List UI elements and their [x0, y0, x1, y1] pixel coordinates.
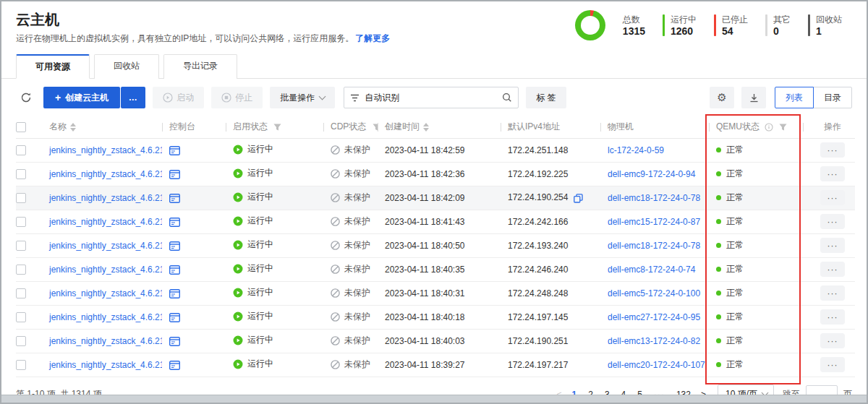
- console-icon[interactable]: [169, 337, 180, 346]
- row-actions-button[interactable]: ···: [820, 333, 845, 348]
- console-icon[interactable]: [169, 194, 180, 203]
- row-checkbox[interactable]: [16, 217, 26, 227]
- next-page-button[interactable]: >: [697, 390, 710, 395]
- enable-state-badge: 运行中: [233, 238, 273, 251]
- tab-export-records[interactable]: 导出记录: [163, 54, 237, 79]
- info-circle-icon: [765, 123, 773, 132]
- view-list-button[interactable]: 列表: [775, 87, 814, 108]
- host-link[interactable]: dell-emc13-172-24-0-82: [608, 336, 700, 346]
- row-actions-button[interactable]: ···: [820, 285, 845, 301]
- console-icon[interactable]: [169, 265, 180, 275]
- row-checkbox[interactable]: [16, 193, 26, 203]
- row-checkbox[interactable]: [16, 336, 26, 346]
- tab-available-resources[interactable]: 可用资源: [16, 54, 90, 79]
- stat-label: 运行中: [671, 14, 697, 25]
- page-number[interactable]: 1: [568, 390, 582, 395]
- console-icon[interactable]: [169, 313, 180, 322]
- row-actions-button[interactable]: ···: [820, 214, 845, 229]
- cdp-state-badge: 未保护: [331, 358, 370, 371]
- page-size-select[interactable]: 10 项/页: [718, 384, 774, 395]
- created-time: 2023-04-11 18:40:50: [385, 241, 465, 251]
- row-checkbox[interactable]: [16, 169, 26, 179]
- page-number[interactable]: 4: [617, 390, 631, 395]
- pagination-summary: 第 1-10 项, 共 1314 项: [16, 388, 102, 395]
- row-checkbox[interactable]: [16, 288, 26, 298]
- search-input[interactable]: 自动识别: [344, 87, 519, 108]
- vm-name-link[interactable]: jenkins_nightly_zstack_4.6.21_c79_l...: [49, 217, 162, 227]
- enable-state-badge: 运行中: [233, 310, 273, 322]
- row-actions-button[interactable]: ···: [820, 309, 845, 325]
- row-actions-button[interactable]: ···: [820, 262, 845, 277]
- copy-icon[interactable]: [574, 194, 583, 203]
- stat-recycled: 回收站1: [808, 14, 851, 38]
- header-ipv4: 默认IPv4地址: [501, 116, 600, 138]
- vm-name-link[interactable]: jenkins_nightly_zstack_4.6.21_c79_l...: [49, 193, 162, 203]
- row-actions-button[interactable]: ···: [820, 142, 845, 158]
- page-number[interactable]: 5: [633, 390, 647, 395]
- create-vm-more-button[interactable]: …: [121, 87, 145, 108]
- row-actions-button[interactable]: ···: [820, 238, 845, 253]
- vm-name-link[interactable]: jenkins_nightly_zstack_4.6.21_c79_l...: [49, 336, 162, 346]
- view-catalog-button[interactable]: 目录: [813, 87, 852, 108]
- row-actions-button[interactable]: ···: [820, 190, 845, 205]
- header-created-time[interactable]: 创建时间: [378, 116, 501, 138]
- header-enable-state[interactable]: 启用状态: [226, 116, 323, 138]
- row-checkbox[interactable]: [16, 241, 26, 251]
- tab-recycle-bin[interactable]: 回收站: [94, 54, 159, 79]
- host-link[interactable]: dell-emc18-172-24-0-78: [608, 241, 700, 251]
- jump-page-input[interactable]: [806, 385, 838, 395]
- stop-vm-button[interactable]: 停止: [211, 87, 263, 108]
- console-icon[interactable]: [169, 361, 180, 370]
- vm-name-link[interactable]: jenkins_nightly_zstack_4.6.21_c76_l...: [49, 265, 162, 275]
- host-link[interactable]: dell-emc20-172-24-0-107: [608, 360, 705, 370]
- host-link[interactable]: dell-emc18-172-24-0-78: [608, 193, 700, 203]
- row-actions-button[interactable]: ···: [820, 357, 845, 372]
- vm-name-link[interactable]: jenkins_nightly_zstack_4.6.21_c79_l...: [49, 312, 162, 322]
- vm-name-link[interactable]: jenkins_nightly_zstack_4.6.21_c76_l...: [49, 169, 162, 179]
- header-qemu-state[interactable]: QEMU状态: [709, 116, 803, 138]
- stat-bar: [765, 14, 767, 36]
- batch-operations-button[interactable]: 批量操作: [270, 87, 335, 108]
- search-icon[interactable]: [502, 93, 512, 103]
- create-vm-button[interactable]: +创建云主机: [43, 87, 120, 108]
- host-link[interactable]: dell-emc27-172-24-0-95: [608, 312, 700, 322]
- prev-page-button[interactable]: <: [552, 390, 566, 395]
- start-vm-button[interactable]: 启动: [153, 87, 204, 108]
- refresh-button[interactable]: [16, 89, 36, 106]
- console-icon[interactable]: [169, 289, 180, 298]
- page-number[interactable]: 132: [672, 390, 695, 395]
- row-actions-button[interactable]: ···: [820, 166, 845, 181]
- console-icon[interactable]: [169, 170, 180, 179]
- vm-name-link[interactable]: jenkins_nightly_zstack_4.6.21_c79_l...: [49, 145, 162, 155]
- header-cdp-state[interactable]: CDP状态: [323, 116, 378, 138]
- header-name[interactable]: 名称: [42, 116, 162, 138]
- page-number[interactable]: 2: [584, 390, 597, 395]
- settings-button[interactable]: ⚙: [710, 87, 734, 108]
- row-checkbox[interactable]: [16, 265, 26, 275]
- enable-state-badge: 运行中: [233, 262, 273, 275]
- ipv4-address: 172.24.193.240: [508, 241, 568, 251]
- host-link[interactable]: dell-emc9-172-24-0-94: [608, 169, 695, 179]
- row-checkbox[interactable]: [16, 312, 26, 322]
- console-icon[interactable]: [169, 241, 180, 251]
- learn-more-link[interactable]: 了解更多: [355, 33, 390, 43]
- tag-button[interactable]: 标 签: [526, 87, 566, 108]
- created-time: 2023-04-11 18:39:27: [385, 360, 465, 370]
- green-dot-icon: [716, 243, 721, 248]
- row-checkbox[interactable]: [16, 360, 26, 370]
- host-link[interactable]: dell-emc8-172-24-0-74: [608, 265, 695, 275]
- qemu-state-badge: 正常: [716, 335, 744, 347]
- cdp-state-badge: 未保护: [331, 287, 370, 299]
- vm-name-link[interactable]: jenkins_nightly_zstack_4.6.21_c79_l...: [49, 241, 162, 251]
- select-all-checkbox[interactable]: [16, 122, 26, 132]
- page-number[interactable]: 3: [600, 390, 614, 395]
- export-download-button[interactable]: [741, 87, 766, 108]
- console-icon[interactable]: [169, 218, 180, 227]
- host-link[interactable]: dell-emc5-172-24-0-100: [608, 288, 700, 298]
- vm-name-link[interactable]: jenkins_nightly_zstack_4.6.21_c79_l...: [49, 360, 162, 370]
- vm-name-link[interactable]: jenkins_nightly_zstack_4.6.21_c79_l...: [49, 288, 162, 298]
- host-link[interactable]: lc-172-24-0-59: [608, 145, 664, 155]
- console-icon[interactable]: [169, 146, 180, 155]
- row-checkbox[interactable]: [16, 145, 26, 155]
- host-link[interactable]: dell-emc15-172-24-0-87: [608, 217, 700, 227]
